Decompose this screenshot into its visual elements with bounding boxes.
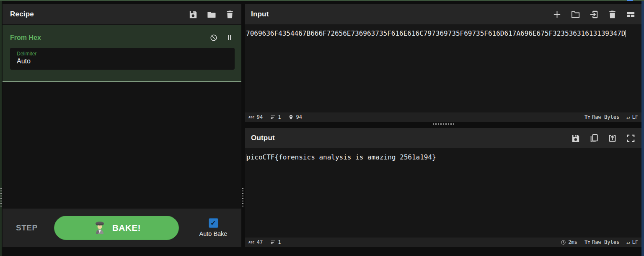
line-count-icon	[270, 115, 276, 120]
output-title: Output	[251, 134, 275, 142]
stat-value: Raw Bytes	[592, 239, 619, 245]
input-footer: ABC94194 TTRaw Bytes↵LF	[245, 112, 641, 122]
char-count[interactable]: ABC47	[248, 239, 263, 245]
input-footer-stats: ABC94194	[248, 114, 302, 120]
stat-value: LF	[632, 114, 638, 120]
char-count-icon: ABC	[248, 115, 255, 119]
text-size-icon: TT	[585, 239, 590, 246]
io-splitter-drag-handle[interactable]	[433, 123, 454, 125]
chef-icon	[92, 220, 107, 235]
cursor-position-icon	[288, 115, 294, 120]
left-edge-drag-handle[interactable]	[0, 188, 2, 207]
copy-icon[interactable]	[589, 133, 599, 143]
trash-icon[interactable]	[225, 10, 235, 19]
auto-bake-control: Auto Bake	[195, 218, 231, 237]
folder-open-icon[interactable]	[571, 10, 580, 19]
save-icon[interactable]	[188, 10, 198, 19]
folder-icon[interactable]	[207, 10, 216, 19]
stat-value: 1	[278, 239, 281, 245]
eol-icon: ↵	[626, 239, 630, 245]
input-title: Input	[251, 10, 269, 18]
left-border	[0, 1, 2, 256]
bake-time[interactable]: 2ms	[561, 239, 577, 245]
save-icon[interactable]	[571, 133, 580, 143]
recipe-header: Recipe	[3, 4, 241, 24]
input-header-icons	[552, 10, 636, 19]
stat-value: 94	[296, 114, 302, 120]
input-header: Input	[245, 4, 641, 24]
clock-icon	[561, 240, 566, 245]
stat-value: LF	[632, 239, 638, 245]
input-caret	[625, 30, 626, 37]
character-encoding[interactable]: TTRaw Bytes	[585, 239, 619, 246]
operation-title-row: From Hex	[3, 25, 241, 42]
maximise-icon[interactable]	[626, 133, 636, 143]
output-footer: ABC471 2msTTRaw Bytes↵LF	[245, 238, 641, 247]
disable-icon[interactable]	[209, 34, 218, 42]
char-count-icon: ABC	[248, 240, 255, 244]
stat-value: 94	[257, 114, 263, 120]
character-encoding[interactable]: TTRaw Bytes	[585, 114, 619, 120]
step-button[interactable]: STEP	[16, 223, 38, 232]
bake-button[interactable]: BAKE!	[54, 216, 179, 240]
auto-bake-checkbox[interactable]	[209, 218, 218, 228]
pause-icon[interactable]	[225, 34, 234, 42]
stat-value: 2ms	[568, 239, 577, 245]
line-ending[interactable]: ↵LF	[626, 239, 638, 245]
top-border	[0, 0, 644, 1]
output-header-icons	[571, 133, 636, 143]
auto-bake-label: Auto Bake	[199, 230, 228, 237]
line-count[interactable]: 1	[270, 239, 281, 245]
line-count-icon	[270, 240, 276, 245]
trash-icon[interactable]	[608, 10, 617, 19]
open-file-icon[interactable]	[589, 10, 599, 19]
cursor-position[interactable]: 94	[288, 114, 302, 120]
eol-icon: ↵	[626, 114, 630, 120]
window-scrollbar[interactable]	[641, 1, 644, 256]
view-compact-icon[interactable]	[626, 10, 636, 19]
output-footer-stats: ABC471	[248, 239, 281, 245]
input-text: 7069636F4354467B666F72656E736963735F616E…	[246, 29, 625, 37]
line-ending[interactable]: ↵LF	[626, 114, 638, 120]
input-textarea[interactable]: 7069636F4354467B666F72656E736963735F616E…	[245, 24, 641, 112]
delimiter-argument[interactable]: Delimiter Auto	[10, 48, 235, 70]
operation-from-hex[interactable]: From Hex Delimiter Auto	[3, 25, 241, 82]
bake-label: BAKE!	[112, 223, 141, 233]
recipe-operation-list[interactable]: From Hex Delimiter Auto	[3, 24, 241, 209]
add-icon[interactable]	[552, 10, 562, 19]
recipe-title: Recipe	[10, 10, 34, 18]
recipe-controls: STEP BAKE! Auto Bake	[3, 209, 241, 247]
line-count[interactable]: 1	[270, 114, 281, 120]
recipe-header-icons	[188, 10, 235, 19]
operation-name[interactable]: From Hex	[10, 34, 41, 42]
argument-label: Delimiter	[17, 51, 235, 57]
stat-value: 47	[257, 239, 263, 245]
output-footer-options: 2msTTRaw Bytes↵LF	[561, 239, 638, 246]
output-text: picoCTF{forensics_analysis_is_amazing_25…	[246, 153, 436, 161]
output-textarea[interactable]: picoCTF{forensics_analysis_is_amazing_25…	[245, 148, 641, 238]
cyberchef-app: Recipe From Hex Delimiter Auto STEP	[0, 0, 644, 256]
output-header: Output	[245, 128, 641, 148]
top-progress-indicator	[627, 0, 633, 1]
input-footer-options: TTRaw Bytes↵LF	[585, 114, 638, 120]
stat-value: 1	[278, 114, 281, 120]
argument-value[interactable]: Auto	[17, 57, 235, 65]
pane-splitter-drag-handle[interactable]	[242, 188, 243, 207]
text-size-icon: TT	[585, 114, 590, 120]
move-to-input-icon[interactable]	[608, 133, 617, 143]
char-count[interactable]: ABC94	[248, 114, 263, 120]
stat-value: Raw Bytes	[592, 114, 619, 120]
operation-icons	[209, 34, 234, 42]
